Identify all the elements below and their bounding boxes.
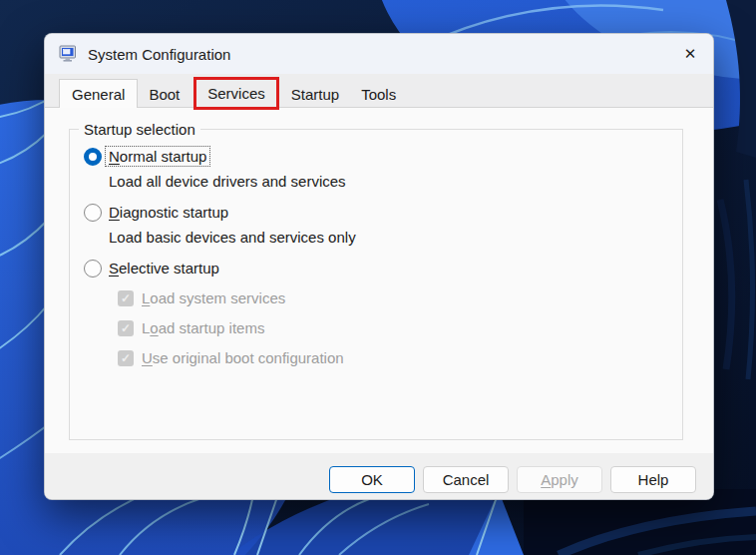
tab-bar: General Boot Services Startup Tools: [45, 74, 713, 108]
radio-label-normal-startup: Normal startup: [106, 147, 209, 166]
check-icon: ✓: [121, 322, 131, 334]
checkbox-label-load-system-services: Load system services: [142, 289, 285, 306]
radio-button-selective-startup[interactable]: [84, 260, 102, 278]
checkbox-row-load-startup-items[interactable]: ✓ Load startup items: [118, 319, 264, 336]
startup-selection-group: Startup selection Normal startup Load al…: [69, 129, 683, 440]
close-icon: ✕: [684, 45, 697, 63]
checkbox-row-use-original-boot-configuration[interactable]: ✓ Use original boot configuration: [118, 349, 344, 366]
radio-label-diagnostic-startup: Diagnostic startup: [106, 203, 231, 222]
desktop: System Configuration ✕ General Boot Serv…: [0, 0, 756, 555]
radio-button-diagnostic-startup[interactable]: [84, 204, 102, 222]
radio-row-normal-startup[interactable]: Normal startup: [84, 147, 209, 166]
dialog-footer: OK Cancel Apply Help: [45, 453, 713, 499]
checkbox-use-original-boot-configuration[interactable]: ✓: [118, 350, 134, 366]
general-tab-page: Startup selection Normal startup Load al…: [45, 108, 713, 453]
description-normal-startup: Load all device drivers and services: [109, 173, 346, 190]
tab-services[interactable]: Services: [196, 80, 276, 107]
tab-boot[interactable]: Boot: [138, 81, 190, 107]
msconfig-app-icon: [59, 45, 78, 64]
window-title: System Configuration: [88, 46, 230, 63]
cancel-button[interactable]: Cancel: [423, 466, 509, 493]
checkbox-load-system-services[interactable]: ✓: [118, 290, 134, 306]
checkbox-label-load-startup-items: Load startup items: [142, 319, 264, 336]
system-configuration-window: System Configuration ✕ General Boot Serv…: [44, 33, 714, 500]
apply-button[interactable]: Apply: [517, 466, 602, 493]
check-icon: ✓: [121, 352, 131, 364]
radio-row-diagnostic-startup[interactable]: Diagnostic startup: [84, 203, 231, 222]
radio-label-selective-startup: Selective startup: [106, 259, 222, 278]
tab-tools[interactable]: Tools: [350, 81, 407, 107]
radio-button-normal-startup[interactable]: [84, 148, 102, 166]
tab-general[interactable]: General: [59, 79, 138, 108]
annotation-red-box-services-tab: Services: [193, 77, 279, 110]
group-title: Startup selection: [79, 121, 200, 138]
check-icon: ✓: [121, 292, 131, 304]
title-bar: System Configuration ✕: [45, 34, 713, 74]
checkbox-load-startup-items[interactable]: ✓: [118, 320, 134, 336]
tab-startup[interactable]: Startup: [280, 81, 350, 107]
checkbox-row-load-system-services[interactable]: ✓ Load system services: [118, 289, 285, 306]
checkbox-label-use-original-boot-configuration: Use original boot configuration: [142, 349, 344, 366]
radio-row-selective-startup[interactable]: Selective startup: [84, 259, 222, 278]
ok-button[interactable]: OK: [329, 466, 415, 493]
help-button[interactable]: Help: [610, 466, 696, 493]
description-diagnostic-startup: Load basic devices and services only: [109, 229, 356, 246]
close-button[interactable]: ✕: [675, 39, 705, 69]
